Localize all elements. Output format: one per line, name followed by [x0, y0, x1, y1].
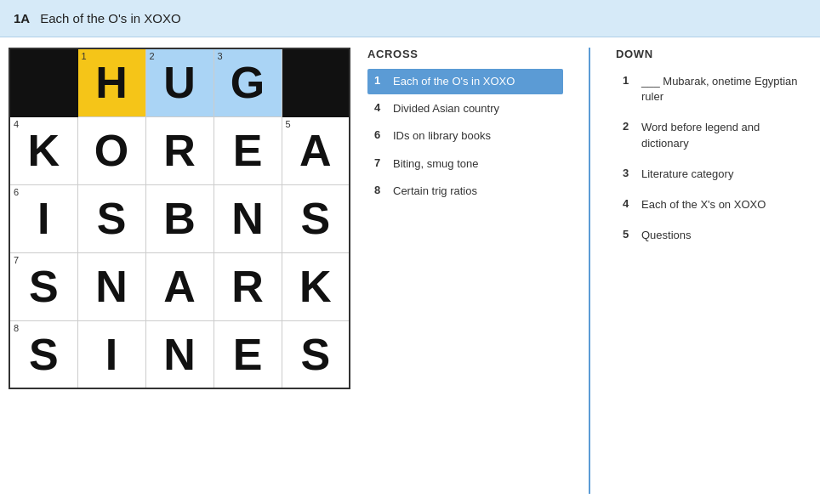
clue-number: 1	[374, 74, 388, 89]
grid-cell[interactable]: S	[282, 184, 350, 252]
across-clue-item[interactable]: 1Each of the O's in XOXO	[367, 69, 563, 94]
clue-text: Biting, smug tone	[393, 156, 556, 172]
clues-section: ACROSS 1Each of the O's in XOXO4Divided …	[350, 48, 811, 494]
clue-text: Literature category	[641, 167, 805, 182]
clue-text: ___ Mubarak, onetime Egyptian ruler	[641, 74, 805, 105]
grid-cell[interactable]: 2U	[145, 48, 214, 116]
grid-cell[interactable]: 3G	[214, 48, 282, 116]
clue-text: Word before legend and dictionary	[641, 120, 805, 150]
crossword-grid-section: 1H2U3G4KORE5A6ISBNS7SNARK8SINES	[9, 48, 350, 494]
across-clue-item[interactable]: 8Certain trig ratios	[367, 178, 563, 204]
clue-text: Each of the O's in XOXO	[393, 74, 556, 89]
grid-cell[interactable]: R	[214, 252, 282, 320]
grid-cell[interactable]	[9, 48, 77, 116]
cell-number: 1	[82, 52, 87, 61]
grid-cell[interactable]: 7S	[9, 252, 77, 320]
grid-cell[interactable]: S	[77, 184, 145, 252]
grid-cell[interactable]: N	[214, 184, 282, 252]
clues-divider	[589, 48, 590, 494]
across-clue-item[interactable]: 7Biting, smug tone	[367, 151, 563, 177]
grid-cell[interactable]: E	[214, 320, 282, 388]
grid-cell[interactable]: 5A	[282, 116, 350, 184]
cell-number: 3	[218, 52, 223, 61]
grid-cell[interactable]: B	[145, 184, 214, 252]
clue-number: 3	[623, 167, 636, 182]
cell-number: 6	[14, 188, 19, 197]
grid-cell[interactable]	[282, 48, 350, 116]
grid-cell[interactable]: 4K	[9, 116, 77, 184]
clue-number: 4	[623, 197, 636, 212]
clue-text: Questions	[641, 228, 805, 243]
grid-cell[interactable]: S	[282, 320, 350, 388]
grid-cell[interactable]: K	[282, 252, 350, 320]
clue-text: Divided Asian country	[393, 101, 556, 116]
across-title: ACROSS	[367, 48, 563, 60]
down-clue-item[interactable]: 2Word before legend and dictionary	[616, 115, 811, 156]
main-content: 1H2U3G4KORE5A6ISBNS7SNARK8SINES ACROSS 1…	[0, 37, 820, 504]
clue-number: 5	[623, 228, 636, 243]
down-clue-item[interactable]: 1___ Mubarak, onetime Egyptian ruler	[616, 69, 811, 110]
grid-cell[interactable]: N	[145, 320, 214, 388]
clue-header: 1A Each of the O's in XOXO	[0, 0, 820, 37]
down-clues-list: 1___ Mubarak, onetime Egyptian ruler2Wor…	[616, 69, 811, 248]
grid-cell[interactable]: N	[77, 252, 145, 320]
grid-cell[interactable]: E	[214, 116, 282, 184]
clue-number: 1	[623, 74, 636, 105]
grid-cell[interactable]: O	[77, 116, 145, 184]
across-clues-column: ACROSS 1Each of the O's in XOXO4Divided …	[367, 48, 563, 494]
across-clue-item[interactable]: 4Divided Asian country	[367, 96, 563, 122]
clue-number: 6	[374, 128, 388, 144]
clue-text: Each of the X's on XOXO	[641, 197, 805, 212]
down-clue-item[interactable]: 4Each of the X's on XOXO	[616, 192, 811, 218]
grid-cell[interactable]: 8S	[9, 320, 77, 388]
header-clue-number: 1A	[14, 11, 30, 25]
across-clues-list: 1Each of the O's in XOXO4Divided Asian c…	[367, 69, 563, 204]
down-clues-column: DOWN 1___ Mubarak, onetime Egyptian rule…	[616, 48, 811, 494]
down-clue-item[interactable]: 3Literature category	[616, 161, 811, 187]
clue-number: 8	[374, 184, 388, 199]
cell-number: 5	[286, 120, 291, 129]
crossword-grid: 1H2U3G4KORE5A6ISBNS7SNARK8SINES	[9, 48, 350, 389]
clue-number: 4	[374, 101, 388, 116]
clue-text: IDs on library books	[393, 128, 556, 144]
across-clue-item[interactable]: 6IDs on library books	[367, 123, 563, 149]
clue-number: 7	[374, 156, 388, 172]
grid-cell[interactable]: A	[145, 252, 214, 320]
down-title: DOWN	[616, 48, 811, 60]
header-clue-text: Each of the O's in XOXO	[40, 11, 180, 25]
cell-number: 7	[14, 256, 19, 265]
down-clue-item[interactable]: 5Questions	[616, 223, 811, 248]
grid-cell[interactable]: 1H	[77, 48, 145, 116]
clue-number: 2	[623, 120, 636, 150]
clue-text: Certain trig ratios	[393, 184, 556, 199]
grid-cell[interactable]: 6I	[9, 184, 77, 252]
grid-cell[interactable]: R	[145, 116, 214, 184]
cell-number: 2	[150, 52, 155, 61]
grid-cell[interactable]: I	[77, 320, 145, 388]
cell-number: 4	[14, 120, 19, 129]
cell-number: 8	[14, 324, 19, 333]
